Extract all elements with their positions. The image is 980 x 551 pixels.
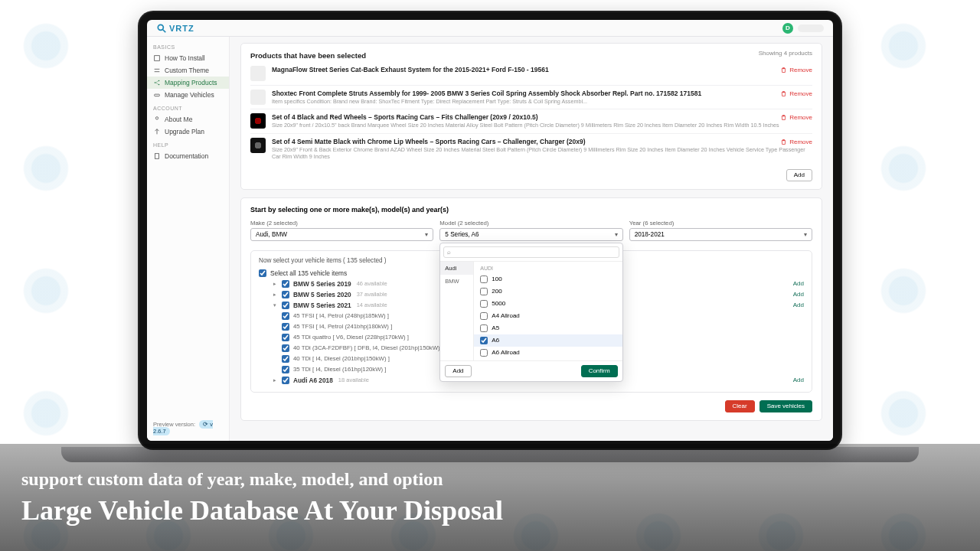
remove-product-button[interactable]: Remove: [780, 139, 812, 145]
card-title: Products that have been selected: [250, 51, 812, 60]
trash-icon: [780, 67, 787, 73]
brand-text: VRTZ: [169, 24, 194, 33]
vehicle-group-checkbox[interactable]: [282, 291, 289, 298]
sidebar-item-mapping[interactable]: Mapping Products: [147, 77, 229, 89]
clear-button[interactable]: Clear: [725, 400, 755, 412]
product-title: Set of 4 Black and Red Wheels – Sports R…: [272, 113, 812, 122]
avatar: D: [782, 23, 793, 34]
model-option[interactable]: 5000: [474, 298, 622, 310]
sidebar-item-docs[interactable]: Documentation: [147, 150, 229, 162]
arrow-up-icon: [153, 128, 161, 135]
engine-checkbox[interactable]: [282, 344, 289, 352]
model-option-checkbox[interactable]: [480, 276, 488, 283]
model-option[interactable]: A5: [474, 322, 622, 334]
tab-audi[interactable]: Audi: [440, 262, 473, 275]
product-row: MagnaFlow Street Series Cat-Back Exhaust…: [250, 62, 812, 85]
sidebar-item-upgrade[interactable]: Upgrade Plan: [147, 126, 229, 138]
svg-point-0: [158, 24, 163, 30]
model-option-checkbox[interactable]: [480, 324, 488, 332]
sidebar-item-install[interactable]: How To Install: [147, 52, 229, 64]
sidebar-item-manage[interactable]: Manage Vehicles: [147, 89, 229, 101]
model-select-col: Model (2 selected) 5 Series, A6▾ ⌕: [439, 220, 622, 241]
sidebar-item-theme[interactable]: Custom Theme: [147, 64, 229, 77]
sidebar-label: Documentation: [165, 152, 208, 160]
popover-add-button[interactable]: Add: [445, 365, 471, 377]
model-label: Model (2 selected): [439, 220, 622, 227]
engine-checkbox[interactable]: [282, 312, 289, 320]
svg-point-3: [155, 82, 156, 83]
model-search-input[interactable]: [443, 246, 619, 258]
chevron-down-icon: ▾: [804, 231, 807, 238]
make-select[interactable]: Audi, BMW▾: [250, 228, 433, 241]
app-logo[interactable]: VRTZ: [156, 23, 194, 34]
network-icon: [153, 79, 161, 86]
select-all-checkbox[interactable]: [259, 269, 266, 277]
model-select[interactable]: 5 Series, A6▾: [439, 228, 622, 241]
user-icon: [153, 116, 161, 123]
engine-checkbox[interactable]: [282, 323, 289, 331]
make-select-col: Make (2 selected) Audi, BMW▾: [250, 220, 433, 241]
remove-product-button[interactable]: Remove: [780, 90, 812, 97]
sidebar: BASICS How To Install Custom Theme Mappi…: [147, 37, 230, 441]
model-option-checkbox[interactable]: [480, 300, 488, 308]
engine-checkbox[interactable]: [282, 334, 289, 341]
sidebar-item-about[interactable]: About Me: [147, 113, 229, 126]
model-options-list: AUDI 1002005000A4 AllroadA5A6A6 Allroad: [474, 262, 622, 360]
vehicle-group-checkbox[interactable]: [282, 377, 289, 384]
vehicle-group-checkbox[interactable]: [282, 302, 289, 309]
product-title: Set of 4 Semi Matte Black with Chrome Li…: [272, 138, 812, 146]
engine-checkbox[interactable]: [282, 355, 289, 363]
expand-caret-icon[interactable]: ▸: [271, 377, 278, 383]
tab-bmw[interactable]: BMW: [440, 275, 473, 288]
user-menu[interactable]: D: [782, 23, 824, 34]
product-row: Set of 4 Black and Red Wheels – Sports R…: [250, 109, 812, 132]
year-select-col: Year (6 selected) 2018-2021▾: [629, 220, 812, 241]
add-vehicle-link[interactable]: Add: [793, 302, 804, 308]
add-vehicle-link[interactable]: Add: [793, 291, 804, 298]
engine-checkbox[interactable]: [282, 366, 289, 373]
sidebar-section-account: ACCOUNT: [147, 101, 229, 113]
vehicle-group-checkbox[interactable]: [282, 280, 289, 288]
expand-caret-icon[interactable]: ▾: [271, 302, 278, 308]
svg-rect-6: [155, 94, 160, 96]
model-option-checkbox[interactable]: [480, 312, 488, 320]
sidebar-label: About Me: [165, 116, 192, 123]
products-count: Showing 4 products: [759, 50, 812, 57]
expand-caret-icon[interactable]: ▸: [271, 292, 278, 298]
sidebar-label: Upgrade Plan: [165, 128, 204, 135]
sidebar-label: Custom Theme: [165, 67, 209, 74]
trash-icon: [780, 139, 787, 145]
expand-caret-icon[interactable]: ▸: [271, 281, 278, 287]
model-option[interactable]: A6 Allroad: [474, 347, 622, 359]
save-vehicles-button[interactable]: Save vehicles: [760, 400, 812, 412]
model-option[interactable]: A6: [474, 334, 622, 347]
model-option[interactable]: 200: [474, 285, 622, 298]
main-content: Products that have been selected Showing…: [230, 37, 833, 441]
model-dropdown-popover: ⌕ Audi BMW: [439, 243, 622, 382]
sidebar-label: How To Install: [165, 54, 205, 62]
model-option-checkbox[interactable]: [480, 288, 488, 295]
product-thumb: [250, 113, 266, 129]
trash-icon: [780, 90, 787, 97]
remove-product-button[interactable]: Remove: [780, 114, 812, 121]
model-option[interactable]: A4 Allroad: [474, 310, 622, 322]
model-option-checkbox[interactable]: [480, 337, 488, 344]
laptop-frame: VRTZ D BASICS How To Install Custom Them…: [139, 12, 841, 448]
app-screen: VRTZ D BASICS How To Install Custom Them…: [147, 20, 833, 441]
add-product-button[interactable]: Add: [786, 169, 812, 181]
product-thumb: [250, 90, 266, 105]
popover-confirm-button[interactable]: Confirm: [581, 365, 618, 377]
products-selected-card: Products that have been selected Showing…: [240, 43, 822, 190]
product-thumb: [250, 66, 266, 81]
year-select[interactable]: 2018-2021▾: [629, 228, 812, 241]
add-vehicle-link[interactable]: Add: [793, 377, 804, 383]
product-title: Shoxtec Front Complete Struts Assembly f…: [272, 90, 812, 98]
model-option-checkbox[interactable]: [480, 349, 488, 357]
add-vehicle-link[interactable]: Add: [793, 280, 804, 287]
sidebar-section-help: HELP: [147, 138, 229, 150]
promo-headline: Large Vehicle Database At Your Disposal: [21, 494, 959, 527]
product-desc: Size 20x9" Front & Back Exterior Chrome …: [272, 146, 812, 161]
model-option[interactable]: 100: [474, 273, 622, 285]
product-title: MagnaFlow Street Series Cat-Back Exhaust…: [272, 66, 812, 74]
remove-product-button[interactable]: Remove: [780, 67, 812, 73]
